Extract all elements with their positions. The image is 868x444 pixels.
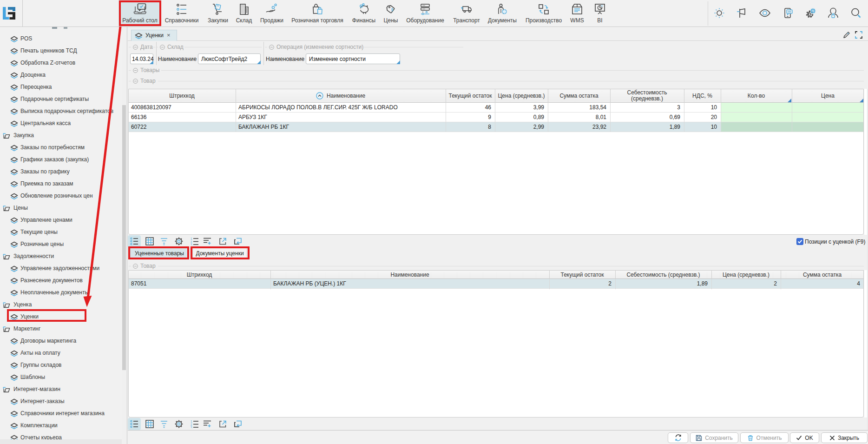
svg-text:$: $	[391, 7, 394, 12]
svg-text:3: 3	[191, 426, 192, 428]
svg-text:3: 3	[191, 243, 192, 245]
